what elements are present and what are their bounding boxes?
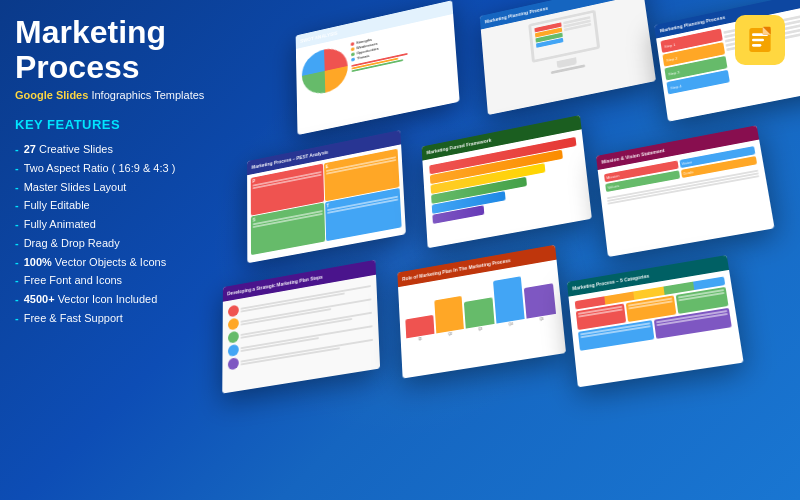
feature-item: -Fully Animated [15,215,215,234]
slide-preview-2: Marketing Planning Process [480,0,656,115]
feature-item: -Drag & Drop Ready [15,234,215,253]
svg-rect-2 [752,39,764,42]
google-slides-icon [735,15,785,65]
slide-preview-9: Marketing Process – 5 Categories [567,255,744,387]
feature-item: -Two Aspect Ratio ( 16:9 & 4:3 ) [15,159,215,178]
feature-item: -100% Vector Objects & Icons [15,253,215,272]
slide-preview-7: Developing a Strategic Marketing Plan St… [222,260,380,394]
page-wrapper: Marketing Process Google Slides Infograp… [0,0,800,500]
slide-preview-1: SWOT ANALYSIS Strengths Weaknesses Oppor… [296,0,460,135]
swot-labels: Strengths Weaknesses Opportunities Threa… [351,30,409,87]
monitor-frame [528,10,600,63]
subtitle-line: Google Slides Infographics Templates [15,89,215,101]
slide-preview-8: Role of Marketing Plan In The Marketing … [397,245,566,379]
slide-preview-4: Marketing Process – PEST Analysis P E [247,130,406,263]
left-panel: Marketing Process Google Slides Infograp… [15,15,215,327]
key-features-heading: KEY FEATURES [15,117,215,132]
feature-item: -Master Slides Layout [15,178,215,197]
feature-item: -27 Creative Slides [15,140,215,159]
slide-preview-5: Marketing Funnel Framework [422,115,592,248]
feature-item: -Fully Editable [15,196,215,215]
feature-item: -Free Font and Icons [15,271,215,290]
subtitle-rest: Infographics Templates [91,89,204,101]
subtitle-google: Google Slides [15,89,88,101]
swot-chart [301,44,348,97]
feature-item: -Free & Fast Support [15,309,215,328]
features-list: -27 Creative Slides -Two Aspect Ratio ( … [15,140,215,327]
svg-rect-3 [752,44,761,47]
main-title: Marketing Process [15,15,215,85]
feature-item: -4500+ Vector Icon Included [15,290,215,309]
slide-preview-6: Mission & Vision Statement Mission Visio… [596,125,775,257]
slides-preview-area: SWOT ANALYSIS Strengths Weaknesses Oppor… [210,0,800,500]
